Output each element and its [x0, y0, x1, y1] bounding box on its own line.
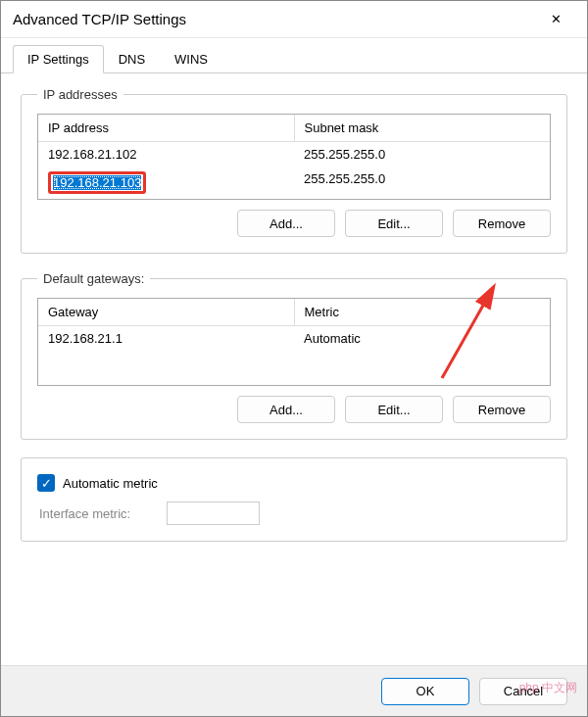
- metric-group: ✓ Automatic metric Interface metric:: [21, 457, 567, 542]
- interface-metric-row: Interface metric:: [39, 502, 551, 525]
- gateways-table[interactable]: Gateway Metric 192.168.21.1 Automatic: [37, 298, 551, 386]
- tab-label: IP Settings: [27, 52, 89, 67]
- gw-button-row: Add... Edit... Remove: [37, 396, 551, 423]
- gw-add-button[interactable]: Add...: [237, 396, 335, 423]
- check-icon: ✓: [41, 476, 52, 491]
- auto-metric-checkbox[interactable]: ✓: [37, 474, 55, 492]
- tab-strip: IP Settings DNS WINS: [1, 38, 587, 73]
- highlight-annotation: 192.168.21.103: [48, 171, 146, 194]
- gateways-group: Default gateways: Gateway Metric 192.168…: [21, 271, 567, 440]
- header-metric[interactable]: Metric: [295, 299, 551, 325]
- interface-metric-input: [167, 502, 260, 525]
- ip-addresses-group: IP addresses IP address Subnet mask 192.…: [21, 87, 567, 254]
- gateways-legend: Default gateways:: [37, 271, 150, 286]
- gw-remove-button[interactable]: Remove: [453, 396, 551, 423]
- ip-addresses-legend: IP addresses: [37, 87, 123, 102]
- dialog-footer: OK Cancel: [1, 665, 587, 716]
- ip-edit-button[interactable]: Edit...: [345, 210, 443, 237]
- cell-gateway: 192.168.21.1: [38, 326, 294, 351]
- tab-label: WINS: [174, 52, 208, 67]
- tab-label: DNS: [119, 52, 145, 67]
- interface-metric-label: Interface metric:: [39, 506, 157, 521]
- ip-button-row: Add... Edit... Remove: [37, 210, 551, 237]
- tab-dns[interactable]: DNS: [104, 45, 160, 73]
- tab-wins[interactable]: WINS: [160, 45, 222, 73]
- cell-mask: 255.255.255.0: [294, 167, 550, 199]
- header-gateway[interactable]: Gateway: [38, 299, 295, 325]
- table-row[interactable]: 192.168.21.102 255.255.255.0: [38, 142, 550, 167]
- title-text: Advanced TCP/IP Settings: [13, 11, 536, 27]
- close-icon: ✕: [551, 12, 562, 26]
- header-ip[interactable]: IP address: [38, 115, 295, 141]
- auto-metric-label[interactable]: Automatic metric: [63, 476, 158, 491]
- ip-remove-button[interactable]: Remove: [453, 210, 551, 237]
- cell-ip: 192.168.21.103: [38, 167, 294, 199]
- close-button[interactable]: ✕: [536, 1, 575, 38]
- auto-metric-row: ✓ Automatic metric: [37, 474, 551, 492]
- titlebar: Advanced TCP/IP Settings ✕: [1, 1, 587, 38]
- gw-edit-button[interactable]: Edit...: [345, 396, 443, 423]
- selected-ip: 192.168.21.103: [53, 175, 141, 190]
- tab-ip-settings[interactable]: IP Settings: [13, 45, 104, 73]
- cell-mask: 255.255.255.0: [294, 142, 550, 167]
- table-header: Gateway Metric: [38, 299, 550, 326]
- watermark: php 中文网: [519, 680, 577, 696]
- ip-add-button[interactable]: Add...: [237, 210, 335, 237]
- cell-metric: Automatic: [294, 326, 550, 351]
- ok-button[interactable]: OK: [381, 678, 469, 705]
- table-row[interactable]: 192.168.21.103 255.255.255.0: [38, 167, 550, 199]
- cell-ip: 192.168.21.102: [38, 142, 294, 167]
- tab-content: IP addresses IP address Subnet mask 192.…: [1, 73, 587, 573]
- table-row[interactable]: 192.168.21.1 Automatic: [38, 326, 550, 351]
- table-header: IP address Subnet mask: [38, 115, 550, 142]
- ip-addresses-table[interactable]: IP address Subnet mask 192.168.21.102 25…: [37, 114, 551, 200]
- header-mask[interactable]: Subnet mask: [295, 115, 551, 141]
- dialog-window: Advanced TCP/IP Settings ✕ IP Settings D…: [0, 0, 588, 717]
